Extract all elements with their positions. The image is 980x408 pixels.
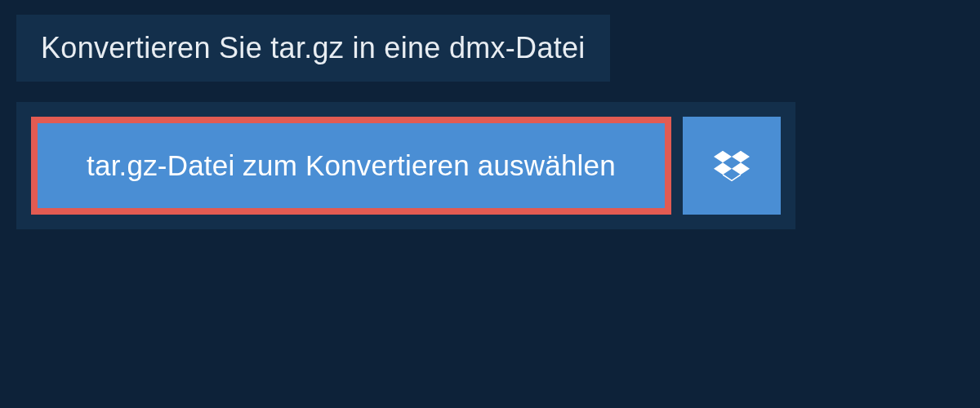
select-file-button-label: tar.gz-Datei zum Konvertieren auswählen bbox=[87, 149, 616, 182]
select-file-button[interactable]: tar.gz-Datei zum Konvertieren auswählen bbox=[31, 117, 671, 215]
upload-area: tar.gz-Datei zum Konvertieren auswählen bbox=[16, 102, 795, 229]
dropbox-button[interactable] bbox=[683, 117, 781, 215]
header-bar: Konvertieren Sie tar.gz in eine dmx-Date… bbox=[16, 15, 610, 82]
dropbox-icon bbox=[714, 148, 750, 184]
page-title: Konvertieren Sie tar.gz in eine dmx-Date… bbox=[41, 31, 586, 65]
